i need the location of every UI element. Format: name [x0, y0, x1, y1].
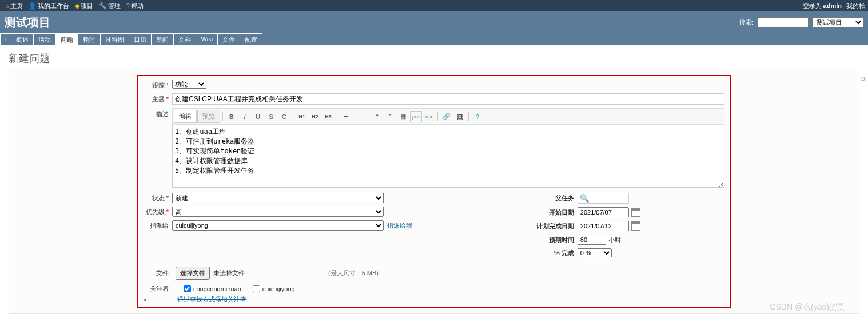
expand-icon[interactable]: ⧉: [861, 75, 866, 83]
ul-icon[interactable]: ☰: [340, 111, 352, 122]
search-label: 搜索:: [739, 18, 754, 27]
header: 测试项目 搜索: 测试项目: [0, 11, 868, 33]
h2-icon[interactable]: H2: [309, 111, 321, 122]
done-ratio-select[interactable]: 0 %: [578, 248, 612, 257]
main-tabs: + 概述 活动 问题 耗时 甘特图 日历 新闻 文档 Wiki 文件 配置: [0, 33, 868, 46]
tab-overview[interactable]: 概述: [11, 33, 34, 45]
top-nav: ⌂ 主页 👤 我的工作台 ◆ 项目 🔧 管理 ? 帮助: [3, 2, 146, 10]
priority-select[interactable]: 高: [172, 207, 384, 217]
help-icon[interactable]: ?: [471, 111, 484, 122]
tab-settings[interactable]: 配置: [240, 33, 262, 45]
search-input[interactable]: [757, 17, 809, 27]
due-date-input[interactable]: [578, 221, 629, 231]
quote-icon[interactable]: ❝: [371, 111, 383, 122]
edit-tab[interactable]: 编辑: [174, 110, 197, 123]
assign-to-me-link[interactable]: 指派给我: [387, 221, 412, 230]
watcher-checkbox-2[interactable]: cuicuijiyong: [253, 285, 295, 292]
h1-icon[interactable]: H1: [296, 111, 308, 122]
image-icon[interactable]: 🖼: [453, 111, 466, 122]
bullet-icon: ●: [144, 296, 147, 303]
max-size-hint: (最大尺寸：5 MB): [328, 269, 379, 278]
nav-mypage[interactable]: 👤 我的工作台: [26, 2, 71, 10]
current-user[interactable]: admin: [823, 2, 842, 9]
table-icon[interactable]: ▦: [397, 111, 409, 122]
page-title: 新建问题: [9, 51, 859, 65]
description-textarea[interactable]: 1、创建uaa工程 2、可注册到ureka服务器 3、可实现简单token验证 …: [172, 125, 724, 188]
italic-icon[interactable]: I: [238, 111, 251, 122]
tab-documents[interactable]: 文档: [173, 33, 196, 45]
codeblock-icon[interactable]: <>: [423, 111, 435, 122]
strike-icon[interactable]: S: [265, 111, 277, 122]
h3-icon[interactable]: H3: [322, 111, 335, 122]
unquote-icon[interactable]: ❞: [384, 111, 396, 122]
tab-wiki[interactable]: Wiki: [196, 33, 218, 45]
tab-spent-time[interactable]: 耗时: [78, 33, 101, 45]
form-box: ⧉ 跟踪 * 功能 主题 * 描述 编辑 预览 B I: [9, 70, 859, 314]
pre-icon[interactable]: pre: [410, 111, 422, 122]
choose-file-button[interactable]: 选择文件: [176, 267, 210, 280]
no-file-label: 未选择文件: [213, 269, 245, 278]
estimated-hours-input[interactable]: [578, 235, 606, 245]
nav-home[interactable]: ⌂ 主页: [3, 2, 25, 10]
ol-icon[interactable]: ≡: [353, 111, 365, 122]
top-right: 登录为 admin 我的帐: [803, 2, 865, 10]
search-add-watcher-link[interactable]: 通过查找方式添加关注者: [177, 296, 246, 303]
tab-new[interactable]: +: [0, 33, 11, 45]
link-icon[interactable]: 🔗: [440, 111, 453, 122]
project-title: 测试项目: [5, 15, 50, 30]
project-select[interactable]: 测试项目: [812, 17, 863, 27]
top-bar: ⌂ 主页 👤 我的工作台 ◆ 项目 🔧 管理 ? 帮助 登录为 admin 我的…: [0, 0, 868, 11]
status-select[interactable]: 新建: [172, 193, 384, 203]
preview-tab[interactable]: 预览: [197, 110, 220, 123]
tab-gantt[interactable]: 甘特图: [100, 33, 129, 45]
assignee-select[interactable]: cuicuijiyong: [172, 220, 384, 231]
nav-admin[interactable]: 🔧 管理: [97, 2, 123, 10]
tab-calendar[interactable]: 日历: [129, 33, 152, 45]
tab-issues[interactable]: 问题: [55, 33, 78, 45]
calendar-icon[interactable]: [631, 208, 640, 217]
editor-toolbar: 编辑 预览 B I U S C H1 H2 H3 ☰ ≡: [172, 108, 724, 125]
tracker-select[interactable]: 功能: [172, 80, 206, 89]
underline-icon[interactable]: U: [252, 111, 264, 122]
subject-input[interactable]: [172, 93, 724, 105]
start-date-input[interactable]: [578, 207, 629, 217]
nav-help[interactable]: ? 帮助: [124, 2, 146, 10]
tab-activity[interactable]: 活动: [33, 33, 56, 45]
calendar-icon[interactable]: [631, 221, 640, 231]
highlight-box: 跟踪 * 功能 主题 * 描述 编辑 预览 B I U S: [137, 75, 731, 308]
bold-icon[interactable]: B: [225, 111, 238, 122]
my-account-link[interactable]: 我的帐: [846, 2, 865, 10]
tab-files[interactable]: 文件: [217, 33, 240, 45]
watermark: CSDN @么(yāo)贺贵: [770, 302, 845, 312]
nav-projects[interactable]: ◆ 项目: [73, 2, 95, 10]
parent-task-input[interactable]: [578, 193, 629, 204]
watcher-checkbox-1[interactable]: congcongminnan: [184, 285, 241, 292]
tab-news[interactable]: 新闻: [151, 33, 174, 45]
code-icon[interactable]: C: [278, 111, 290, 122]
